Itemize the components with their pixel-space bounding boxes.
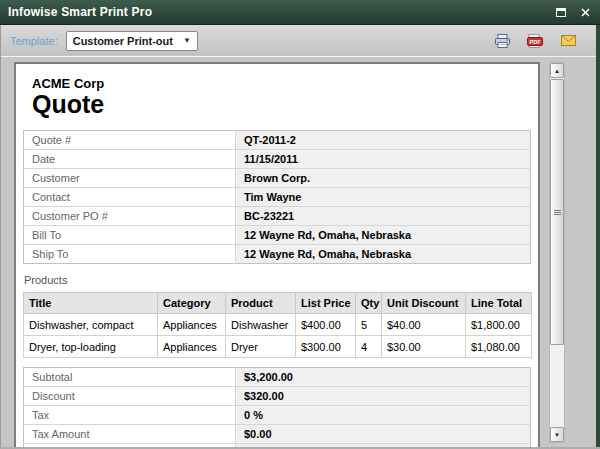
detail-value: 11/15/2011 bbox=[236, 150, 531, 169]
column-header-unit-discount: Unit Discount bbox=[382, 293, 466, 314]
product-row: Dishwasher, compact Appliances Dishwashe… bbox=[24, 314, 532, 336]
product-category: Appliances bbox=[158, 336, 226, 358]
total-row: Discount $320.00 bbox=[24, 387, 531, 406]
product-line-total: $1,080.00 bbox=[466, 336, 532, 358]
detail-row: Bill To 12 Wayne Rd, Omaha, Nebraska bbox=[24, 226, 531, 245]
total-label: Tax bbox=[24, 406, 236, 425]
svg-text:PDF: PDF bbox=[530, 38, 542, 44]
product-unit-discount: $40.00 bbox=[382, 314, 466, 336]
product-qty: 5 bbox=[356, 314, 382, 336]
column-header-title: Title bbox=[24, 293, 158, 314]
detail-label: Contact bbox=[24, 188, 236, 207]
email-icon bbox=[561, 35, 576, 46]
detail-label: Ship To bbox=[24, 245, 236, 264]
detail-label: Customer bbox=[24, 169, 236, 188]
document-page: ACME Corp Quote Quote # QT-2011-2 Date 1… bbox=[14, 62, 540, 449]
close-button[interactable] bbox=[578, 5, 592, 19]
detail-value: 12 Wayne Rd, Omaha, Nebraska bbox=[236, 226, 531, 245]
scroll-up-icon: ▲ bbox=[554, 68, 560, 74]
total-label: Subtotal bbox=[24, 368, 236, 387]
product-unit-discount: $30.00 bbox=[382, 336, 466, 358]
export-pdf-button[interactable]: PDF bbox=[527, 33, 543, 48]
total-label: Tax Amount bbox=[24, 425, 236, 444]
smart-print-pro-dialog: Infowise Smart Print Pro Template: Custo… bbox=[0, 0, 600, 449]
toolbar-actions: PDF bbox=[494, 33, 590, 48]
column-header-qty: Qty bbox=[356, 293, 382, 314]
products-table: Title Category Product List Price Qty Un… bbox=[23, 292, 532, 358]
template-label: Template: bbox=[10, 35, 58, 47]
product-row: Dryer, top-loading Appliances Dryer $300… bbox=[24, 336, 532, 358]
detail-value: QT-2011-2 bbox=[236, 131, 531, 150]
product-name: Dryer bbox=[226, 336, 296, 358]
total-value: $3,200.00 bbox=[236, 368, 531, 387]
detail-row: Customer Brown Corp. bbox=[24, 169, 531, 188]
detail-label: Date bbox=[24, 150, 236, 169]
product-list-price: $300.00 bbox=[296, 336, 356, 358]
toolbar: Template: Customer Print-out ▼ PDF bbox=[0, 25, 600, 57]
scrollbar-grip-icon bbox=[554, 209, 561, 216]
total-value: $0.00 bbox=[236, 425, 531, 444]
quote-details-table: Quote # QT-2011-2 Date 11/15/2011 Custom… bbox=[23, 130, 531, 264]
pdf-icon: PDF bbox=[527, 34, 543, 48]
maximize-button[interactable] bbox=[554, 5, 568, 19]
scroll-down-icon: ▼ bbox=[554, 432, 560, 438]
print-icon bbox=[495, 34, 510, 48]
window-titlebar: Infowise Smart Print Pro bbox=[0, 0, 600, 25]
print-preview-area: ACME Corp Quote Quote # QT-2011-2 Date 1… bbox=[0, 57, 600, 449]
product-category: Appliances bbox=[158, 314, 226, 336]
window-border-right bbox=[596, 0, 600, 449]
product-list-price: $400.00 bbox=[296, 314, 356, 336]
totals-table: Subtotal $3,200.00 Discount $320.00 Tax … bbox=[23, 367, 531, 449]
product-qty: 4 bbox=[356, 336, 382, 358]
scrollbar-thumb[interactable] bbox=[550, 79, 564, 345]
product-title: Dishwasher, compact bbox=[24, 314, 158, 336]
product-title: Dryer, top-loading bbox=[24, 336, 158, 358]
products-header-row: Title Category Product List Price Qty Un… bbox=[24, 293, 532, 314]
detail-label: Bill To bbox=[24, 226, 236, 245]
window-title: Infowise Smart Print Pro bbox=[8, 5, 152, 19]
detail-row: Ship To 12 Wayne Rd, Omaha, Nebraska bbox=[24, 245, 531, 264]
detail-value: Brown Corp. bbox=[236, 169, 531, 188]
scroll-down-button[interactable]: ▼ bbox=[550, 427, 564, 442]
template-selected-value: Customer Print-out bbox=[73, 35, 173, 47]
email-button[interactable] bbox=[560, 33, 576, 48]
column-header-category: Category bbox=[158, 293, 226, 314]
products-section-label: Products bbox=[23, 274, 531, 286]
detail-row: Contact Tim Wayne bbox=[24, 188, 531, 207]
total-value: $320.00 bbox=[236, 387, 531, 406]
detail-value: Tim Wayne bbox=[236, 188, 531, 207]
total-row: Tax 0 % bbox=[24, 406, 531, 425]
window-border-left bbox=[0, 0, 1, 449]
product-name: Dishwasher bbox=[226, 314, 296, 336]
detail-row: Quote # QT-2011-2 bbox=[24, 131, 531, 150]
detail-row: Customer PO # BC-23221 bbox=[24, 207, 531, 226]
product-line-total: $1,800.00 bbox=[466, 314, 532, 336]
document-title: Quote bbox=[23, 91, 531, 118]
total-value: 0 % bbox=[236, 406, 531, 425]
column-header-product: Product bbox=[226, 293, 296, 314]
total-label: Discount bbox=[24, 387, 236, 406]
total-row: Tax Amount $0.00 bbox=[24, 425, 531, 444]
template-dropdown[interactable]: Customer Print-out ▼ bbox=[66, 31, 198, 51]
chevron-down-icon: ▼ bbox=[183, 36, 191, 45]
maximize-icon bbox=[556, 8, 566, 17]
scroll-up-button[interactable]: ▲ bbox=[550, 63, 564, 78]
company-name: ACME Corp bbox=[23, 76, 531, 91]
window-controls bbox=[554, 5, 592, 19]
print-button[interactable] bbox=[494, 33, 510, 48]
detail-row: Date 11/15/2011 bbox=[24, 150, 531, 169]
vertical-scrollbar[interactable]: ▲ ▼ bbox=[549, 62, 565, 443]
detail-value: BC-23221 bbox=[236, 207, 531, 226]
close-icon bbox=[581, 8, 590, 17]
detail-value: 12 Wayne Rd, Omaha, Nebraska bbox=[236, 245, 531, 264]
column-header-list-price: List Price bbox=[296, 293, 356, 314]
total-row: Subtotal $3,200.00 bbox=[24, 368, 531, 387]
detail-label: Customer PO # bbox=[24, 207, 236, 226]
column-header-line-total: Line Total bbox=[466, 293, 532, 314]
detail-label: Quote # bbox=[24, 131, 236, 150]
